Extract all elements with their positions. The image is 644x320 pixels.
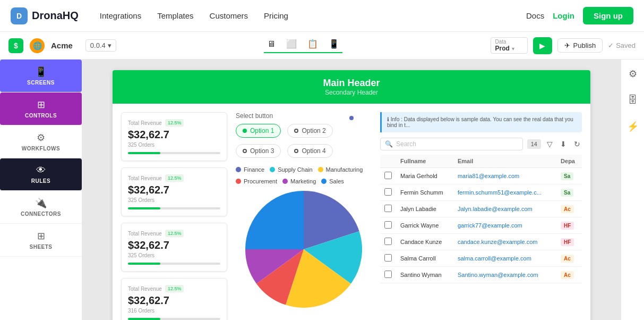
legend-manufacturing: Manufacturing: [318, 166, 363, 173]
rules-label: RULES: [31, 178, 50, 184]
desktop-icon[interactable]: 🖥: [264, 38, 279, 50]
card-orders-2: 325 Orders: [128, 252, 220, 258]
nav-login[interactable]: Login: [553, 11, 574, 20]
panel-settings-button[interactable]: ⚙: [626, 66, 639, 82]
legend-procurement: Procurement: [236, 178, 277, 184]
row-email-6: Santino.wyman@example.com: [453, 267, 556, 283]
card-label-3: Total Revenue: [128, 286, 162, 292]
app-header: Main Header Secondary Header: [113, 70, 590, 104]
tablet-icon[interactable]: 📋: [304, 38, 321, 50]
device-icons: 🖥 ⬜ 📋 📱: [264, 38, 342, 53]
chart-legend: Finance Supply Chain Manufacturing: [236, 166, 372, 184]
row-email-5: salma.carroll@example.com: [453, 250, 556, 267]
check-icon: ✓: [608, 41, 614, 49]
row-dept-2: Ac: [556, 201, 582, 217]
builder-app-logo: $: [8, 38, 23, 53]
tablet-landscape-icon[interactable]: ⬜: [283, 38, 300, 50]
options-row: Option 1 Option 2 Option 3: [236, 124, 372, 158]
option-4-button[interactable]: Option 4: [287, 144, 332, 158]
panel-database-button[interactable]: 🗄: [626, 92, 640, 108]
legend-sales-dot: [321, 179, 327, 184]
option-1-button[interactable]: Option 1: [236, 124, 281, 138]
revenue-cards: Total Revenue 12.5% $32,62.7 325 Orders …: [121, 112, 227, 320]
option-3-dot: [243, 149, 247, 153]
sidebar-item-rules[interactable]: 👁 RULES: [0, 158, 82, 191]
data-label: Data: [495, 39, 523, 45]
publish-button[interactable]: ✈ Publish: [557, 38, 603, 53]
legend-finance-dot: [236, 167, 241, 172]
row-checkbox-3[interactable]: [380, 217, 396, 234]
sidebar-item-sheets[interactable]: ⊞ SHEETS: [0, 224, 82, 257]
header-fullname: Fullname: [396, 155, 453, 168]
legend-supplychain-dot: [270, 167, 275, 172]
connector-dot: [349, 116, 354, 120]
nav-pricing[interactable]: Pricing: [264, 11, 288, 20]
option-4-label: Option 4: [302, 147, 325, 155]
pie-chart: [236, 191, 372, 308]
info-banner: ℹ Info : Data displayed below is sample …: [380, 112, 582, 132]
option-3-button[interactable]: Option 3: [236, 144, 281, 158]
row-email-2: Jalyn.labadie@example.com: [453, 201, 556, 217]
card-badge-3: 12.5%: [165, 285, 184, 292]
sidebar-item-controls[interactable]: ⊞ CONTROLS: [0, 92, 82, 125]
legend-sales: Sales: [321, 178, 344, 184]
prod-label: Prod: [495, 45, 510, 52]
logo-area: D DronaHQ: [11, 7, 79, 24]
workflows-label: WORKFLOWS: [22, 146, 60, 151]
row-checkbox-1[interactable]: [380, 184, 396, 201]
row-name-2: Jalyn Labadie: [396, 201, 453, 217]
card-orders-0: 325 Orders: [128, 142, 220, 148]
mobile-icon[interactable]: 📱: [325, 38, 342, 50]
sidebar-item-screens[interactable]: 📱 SCREENS: [0, 60, 82, 92]
table-row: Salma Carroll salma.carroll@example.com …: [380, 250, 582, 267]
legend-supply-chain: Supply Chain: [270, 166, 312, 173]
row-email-4: candace.kunze@example.com: [453, 234, 556, 250]
nav-integrations[interactable]: Integrations: [100, 11, 141, 20]
app-favicon: 🌐: [30, 38, 45, 53]
nav-signup-button[interactable]: Sign up: [583, 7, 633, 24]
option-2-dot: [294, 129, 298, 133]
filter-button[interactable]: ▽: [545, 138, 554, 150]
table-row: Santino Wyman Santino.wyman@example.com …: [380, 267, 582, 283]
screens-icon: 📱: [35, 66, 47, 78]
nav-docs[interactable]: Docs: [526, 11, 544, 20]
legend-procurement-label: Procurement: [244, 178, 277, 184]
nav-customers[interactable]: Customers: [210, 11, 248, 20]
row-email-0: maria81@example.com: [453, 168, 556, 184]
refresh-button[interactable]: ↻: [572, 138, 582, 150]
panel-bolt-button[interactable]: ⚡: [625, 119, 641, 134]
card-orders-1: 325 Orders: [128, 197, 220, 203]
sidebar-item-connectors[interactable]: 🔌 CONNECTORS: [0, 191, 82, 224]
card-value-1: $32,62.7: [128, 184, 220, 196]
card-label-1: Total Revenue: [128, 175, 162, 181]
option-4-dot: [294, 149, 298, 153]
sheets-icon: ⊞: [37, 230, 45, 242]
play-button[interactable]: ▶: [533, 37, 552, 54]
option-1-dot: [243, 129, 247, 133]
row-checkbox-0[interactable]: [380, 168, 396, 184]
logo-icon: D: [11, 7, 28, 24]
sheets-label: SHEETS: [29, 244, 52, 250]
row-email-1: fermin.schumm51@example.c...: [453, 184, 556, 201]
left-sidebar: 📱 SCREENS ⊞ CONTROLS ⚙ WORKFLOWS 👁 RULES…: [0, 60, 82, 320]
row-checkbox-5[interactable]: [380, 250, 396, 267]
table-count-badge: 14: [527, 139, 541, 149]
pie-slice-sales: [245, 191, 304, 249]
option-2-button[interactable]: Option 2: [287, 124, 332, 138]
data-prod-selector[interactable]: Data Prod ▾: [491, 37, 528, 54]
row-name-3: Garrick Wayne: [396, 217, 453, 234]
row-checkbox-2[interactable]: [380, 201, 396, 217]
nav-templates[interactable]: Templates: [157, 11, 193, 20]
download-button[interactable]: ⬇: [559, 138, 568, 150]
legend-manufacturing-label: Manufacturing: [326, 166, 363, 173]
sidebar-item-workflows[interactable]: ⚙ WORKFLOWS: [0, 125, 82, 158]
table-search[interactable]: 🔍 Search: [380, 138, 523, 150]
row-checkbox-4[interactable]: [380, 234, 396, 250]
row-name-4: Candace Kunze: [396, 234, 453, 250]
legend-sales-label: Sales: [329, 178, 344, 184]
row-checkbox-6[interactable]: [380, 267, 396, 283]
header-email: Email: [453, 155, 556, 168]
table-header-row: Fullname Email Depa: [380, 155, 582, 168]
version-selector[interactable]: 0.0.4 ▾: [85, 39, 116, 52]
main-layout: 📱 SCREENS ⊞ CONTROLS ⚙ WORKFLOWS 👁 RULES…: [0, 60, 644, 320]
